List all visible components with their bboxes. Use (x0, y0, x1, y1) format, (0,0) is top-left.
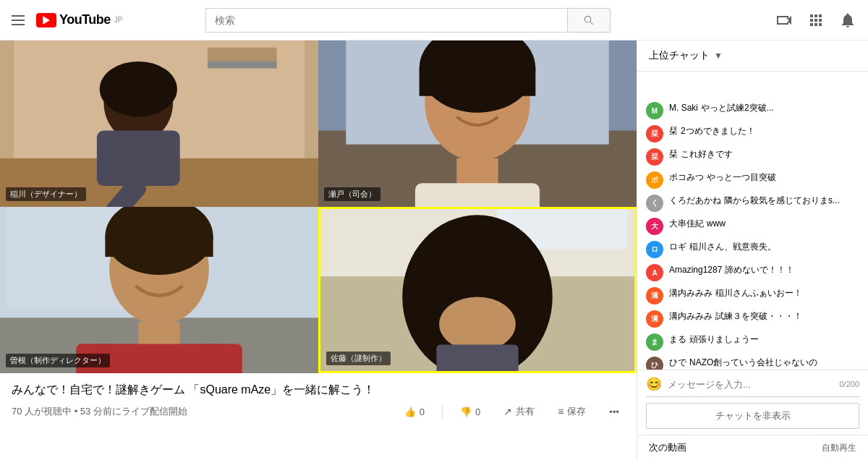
chat-avatar: ま (646, 333, 663, 351)
chat-username: ロギ (669, 242, 686, 252)
video-cell-3: 曽根（制作ディレクター） (0, 207, 318, 373)
chat-header-label: 上位チャット (649, 49, 710, 62)
svg-rect-16 (415, 183, 540, 207)
chat-input-row: 😊 0/200 (646, 376, 859, 397)
svg-rect-24 (138, 322, 179, 346)
chat-message: くくろだあかね隣から殺気を感じておりまs... (637, 192, 868, 215)
chat-toggle-button[interactable]: チャットを非表示 (646, 403, 859, 429)
chat-content: 溝内みみみ試練３を突破・・・！ (669, 310, 859, 323)
chat-message: MM. Sakiやっと試練2突破... (637, 99, 868, 122)
chat-username: くろだあかね (669, 195, 721, 205)
share-button[interactable]: ↗ 共有 (498, 402, 540, 421)
chat-message: ままる頑張りましょうー (637, 331, 868, 354)
video-actions: 👍 0 👎 0 ↗ 共有 ≡ 保存 (399, 402, 625, 421)
svg-rect-6 (97, 131, 180, 187)
chat-content: ポコみつやっと一つ目突破 (669, 171, 859, 184)
char-count: 0/200 (839, 380, 859, 388)
chat-message: 栞栞これ好きです (637, 145, 868, 169)
chat-text: 試練３を突破・・・！ (715, 311, 802, 321)
video-cell-4: 佐藤（謎制作） (318, 207, 637, 373)
chat-header-chevron-icon[interactable]: ▼ (714, 51, 723, 61)
video-player[interactable]: 稲川（デザイナー） (0, 41, 637, 373)
svg-rect-35 (436, 344, 518, 371)
search-button[interactable] (567, 8, 610, 33)
cell-2-label: 瀬戸（司会） (324, 187, 380, 201)
chat-avatar: 大 (646, 218, 663, 235)
chat-text: 稲川さんふぁいおー！ (715, 288, 802, 298)
chat-avatar: 栞 (646, 148, 663, 166)
chat-text: 隣から殺気を感じておりまs... (724, 195, 840, 205)
chat-text-input[interactable] (668, 379, 833, 390)
share-label: 共有 (516, 405, 535, 418)
cell-1-label: 稲川（デザイナー） (6, 187, 86, 201)
menu-icon[interactable] (12, 15, 25, 25)
main-layout: 稲川（デザイナー） (0, 41, 868, 460)
person-4-figure (320, 209, 634, 371)
action-divider (442, 404, 443, 419)
chat-text: やっと一つ目突破 (707, 172, 776, 182)
chat-message: 栞栞2つめできました！ (637, 122, 868, 145)
next-header: 次の動画 自動再生 (649, 441, 856, 454)
chat-username: 溝内みみみ (669, 288, 712, 298)
chat-avatar: 溝 (646, 310, 663, 328)
chat-input-area: 😊 0/200 チャットを非表示 (637, 370, 868, 435)
like-count: 0 (420, 406, 425, 417)
chat-avatar: 溝 (646, 287, 663, 304)
chat-avatar: ひ (646, 357, 663, 370)
chat-content: Amazing1287諦めないで！！！ (669, 264, 859, 276)
emoji-button[interactable]: 😊 (646, 376, 662, 392)
chat-content: M. Sakiやっと試練2突破... (669, 102, 859, 114)
chat-avatar: A (646, 264, 663, 281)
video-camera-icon[interactable] (775, 12, 793, 29)
share-icon: ↗ (503, 406, 512, 417)
search-icon (583, 14, 595, 26)
chat-text: 頑張りましょうー (689, 334, 759, 344)
more-button[interactable]: ••• (603, 404, 625, 420)
chat-message: 溝溝内みみみ試練３を突破・・・！ (637, 307, 868, 331)
like-button[interactable]: 👍 0 (399, 404, 430, 420)
logo-jp: JP (114, 16, 123, 24)
svg-rect-27 (200, 344, 242, 373)
autoplay-label: 自動再生 (822, 442, 856, 454)
chat-username: 栞 (669, 126, 678, 136)
chat-content: くろだあかね隣から殺気を感じておりまs... (669, 195, 859, 207)
search-input[interactable] (205, 8, 567, 33)
apps-icon[interactable] (807, 12, 825, 29)
save-label: 保存 (567, 405, 586, 418)
chat-avatar: 栞 (646, 125, 663, 142)
chat-content: 栞2つめできました！ (669, 125, 859, 137)
svg-rect-15 (456, 158, 498, 186)
save-button[interactable]: ≡ 保存 (552, 402, 592, 421)
dislike-button[interactable]: 👎 0 (454, 404, 486, 420)
svg-point-34 (439, 297, 516, 351)
chat-content: ひでNAZO創っていう会社じゃないのか・・・！ (669, 357, 859, 370)
dislike-icon: 👎 (460, 406, 472, 417)
chat-panel: 上位チャット ▼ MM. Sakiやっと試練2突破...栞栞2つめできました！栞… (637, 41, 868, 460)
header-right (775, 12, 856, 29)
chat-message: 溝溝内みみみ稲川さんふぁいおー！ (637, 284, 868, 307)
chat-username: M. Saki (669, 103, 698, 113)
chat-message: ひひでNAZO創っていう会社じゃないのか・・・！ (637, 354, 868, 370)
chat-message: ポポコみつやっと一つ目突破 (637, 169, 868, 192)
person-2-figure (318, 41, 637, 207)
svg-point-8 (100, 61, 177, 117)
chat-avatar: ロ (646, 241, 663, 258)
chat-messages-list: MM. Sakiやっと試練2突破...栞栞2つめできました！栞栞これ好きですポポ… (637, 93, 868, 370)
header: YouTubeJP (0, 0, 868, 41)
chat-username: ひで (669, 357, 686, 367)
video-section: 稲川（デザイナー） (0, 41, 637, 460)
chat-message: 大大串佳紀www (637, 215, 868, 238)
chat-text: www (707, 218, 726, 229)
youtube-logo-text: YouTube (59, 12, 111, 27)
chat-header: 上位チャット ▼ (637, 41, 868, 72)
chat-message: AAmazing1287諦めないで！！！ (637, 261, 868, 284)
svg-rect-23 (105, 236, 213, 257)
next-section: 次の動画 自動再生 (637, 435, 868, 460)
chat-username: 大串佳紀 (669, 218, 704, 229)
logo[interactable]: YouTubeJP (36, 12, 123, 27)
video-grid: 稲川（デザイナー） (0, 41, 637, 373)
like-icon: 👍 (404, 406, 416, 417)
notification-bell-icon[interactable] (839, 12, 856, 29)
chat-content: ロギ稲川さん、戦意喪失。 (669, 241, 859, 253)
chat-fade (637, 72, 868, 93)
